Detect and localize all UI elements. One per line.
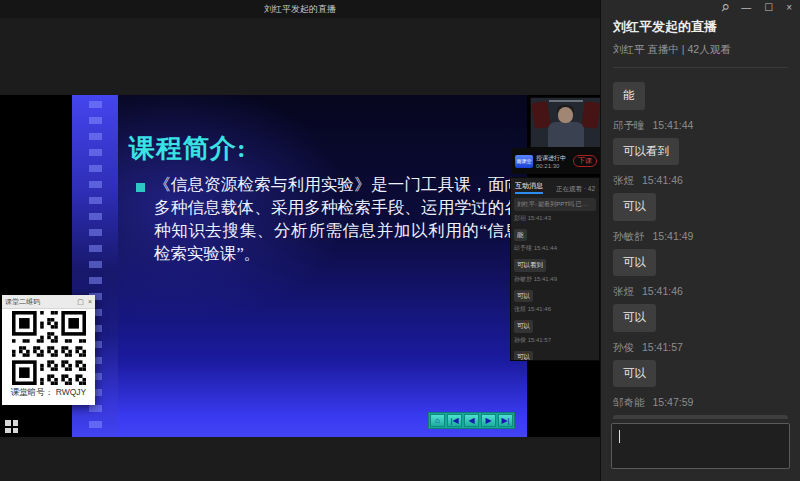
main-area: 刘红平发起的直播 课程简介: 《信息资源检索与利用实验》是一门工具课，面向多种信… [0, 0, 600, 481]
ppt-slide: 课程简介: 《信息资源检索与利用实验》是一门工具课，面向多种信息载体、采用多种检… [72, 95, 527, 437]
slide-nav-button[interactable]: |◀ [447, 414, 462, 427]
chat-message: 能 [613, 82, 788, 110]
chat-message: 张煜15:41:46 可以 [613, 285, 788, 332]
chat-message-list[interactable]: 能 邱予曈15:41:44 可以看到 张煜15:41:46 可以 孙敏舒15:4… [601, 74, 800, 419]
minimize-icon[interactable]: — [741, 3, 751, 13]
message-time: 15:47:59 [653, 396, 694, 408]
mini-message-meta: 孙敏舒 15:41:49 [514, 275, 596, 284]
message-time: 15:41:44 [653, 119, 694, 131]
mini-message-time: 15:41:46 [528, 306, 551, 312]
grid-dot [13, 428, 19, 434]
message-bubble: 可以 [613, 304, 656, 332]
sender-name: 邹奇能 [613, 396, 645, 408]
slide-nav-toolbar: ⌂|◀◀▶▶| [428, 412, 515, 429]
live-status-toolbar: 雨课堂 授课进行中 00:21:30 下课 [512, 148, 600, 174]
chat-message: 邱予曈15:41:44 可以看到 [613, 119, 788, 166]
mini-message-bubble: 可以看到 [514, 259, 546, 271]
mini-sender-name: 孙敏舒 [514, 276, 532, 282]
mini-message-bubble: 可以 [514, 320, 533, 332]
mini-message-bubble: 可以 [514, 290, 533, 302]
mini-message-time: 15:41:44 [534, 245, 557, 251]
mini-message-list[interactable]: 彭祖 15:41:43 能 邱予曈 15:41:44 可以看到 孙敏舒 15:4… [511, 214, 599, 361]
slide-nav-button[interactable]: ◀ [464, 414, 479, 427]
message-time: 15:41:46 [642, 174, 683, 186]
mini-message-meta: 张煜 15:41:46 [514, 305, 596, 314]
sender-name: 孙敏舒 [613, 230, 645, 242]
presenter-webcam-thumbnail [530, 97, 602, 148]
mini-chat-message: 孙敏舒 15:41:49 可以 [514, 275, 596, 302]
slide-title: 课程简介: [129, 131, 247, 166]
code-value: RWQJY [56, 387, 87, 397]
main-titlebar: 刘红平发起的直播 [0, 0, 600, 18]
code-label-text: 课堂暗号： [11, 387, 54, 397]
grid-dot [5, 420, 11, 426]
chat-sidebar: ⚲ — ☐ × 刘红平发起的直播 刘红平 直播中 | 42人观看 能 邱予曈15… [600, 0, 800, 481]
live-stream-window: 刘红平发起的直播 课程简介: 《信息资源检索与利用实验》是一门工具课，面向多种信… [0, 0, 800, 481]
pin-icon[interactable]: ⚲ [719, 2, 731, 14]
maximize-icon[interactable]: ☐ [764, 3, 773, 13]
mini-panel-header: 互动消息 正在观看 · 42 [511, 178, 599, 196]
message-meta: 孙敏舒15:41:49 [613, 230, 788, 244]
rain-classroom-logo-icon: 雨课堂 [515, 155, 533, 168]
mini-message-bubble: 能 [514, 229, 527, 241]
sender-name: 邱予曈 [613, 119, 645, 131]
mini-message-time: 15:41:57 [528, 337, 551, 343]
system-notice: 刘红平: 能看到PPT吗 已发送 [514, 198, 596, 211]
close-icon[interactable]: × [786, 3, 792, 13]
message-meta: 张煜15:41:46 [613, 174, 788, 188]
message-meta: 邹奇能15:47:59 [613, 396, 788, 410]
message-time: 15:41:49 [653, 230, 694, 242]
qr-code-window: 课堂二维码 ▢ × 课堂暗号： RWQJY [2, 295, 95, 405]
interaction-mini-panel: 互动消息 正在观看 · 42 刘红平: 能看到PPT吗 已发送 彭祖 15:41… [510, 177, 600, 361]
chat-message: 张煜15:41:46 可以 [613, 174, 788, 221]
message-time: 15:41:46 [642, 285, 683, 297]
mini-message-time: 15:41:49 [534, 276, 557, 282]
end-class-button[interactable]: 下课 [573, 155, 597, 167]
message-bubble: 所以雨课堂只是用来签到的和看PPT的对吗 [613, 415, 788, 419]
slide-nav-button[interactable]: ⌂ [430, 414, 445, 427]
mini-sender-name: 孙俊 [514, 337, 526, 343]
grid-dot [13, 420, 19, 426]
slide-nav-button[interactable]: ▶ [481, 414, 496, 427]
grid-dot [5, 428, 11, 434]
mini-sender-name: 张煜 [514, 306, 526, 312]
live-timer: 00:21:30 [536, 163, 573, 169]
stream-title: 刘红平发起的直播 [613, 18, 788, 36]
viewer-count: 正在观看 · 42 [556, 185, 595, 194]
message-time: 15:41:57 [642, 341, 683, 353]
chat-message: 孙俊15:41:57 可以 [613, 341, 788, 388]
message-bubble: 可以 [613, 249, 656, 277]
qr-code-area [2, 309, 95, 387]
chat-input[interactable] [611, 423, 790, 469]
mini-sender-name: 彭祖 [514, 215, 526, 221]
mini-sender-name: 邱予曈 [514, 245, 532, 251]
qr-window-titlebar[interactable]: 课堂二维码 ▢ × [2, 295, 95, 309]
mini-chat-message: 邱予曈 15:41:44 可以看到 [514, 244, 596, 271]
chair-left [531, 101, 550, 129]
mini-message-meta: 邱予曈 15:41:44 [514, 244, 596, 253]
message-bubble: 可以 [613, 193, 656, 221]
mini-message-meta: 孙俊 15:41:57 [514, 336, 596, 345]
bullet-square-icon [136, 183, 145, 192]
sender-name: 孙俊 [613, 341, 634, 353]
mini-message-meta: 彭祖 15:41:43 [514, 214, 596, 223]
sender-name: 张煜 [613, 174, 634, 186]
message-meta: 邱予曈15:41:44 [613, 119, 788, 133]
grid-apps-icon[interactable] [5, 420, 18, 433]
mini-message-time: 15:41:43 [528, 215, 551, 221]
mini-chat-message: 孙俊 15:41:57 可以 [514, 336, 596, 361]
slide-nav-button[interactable]: ▶| [498, 414, 513, 427]
sender-name: 张煜 [613, 285, 634, 297]
window-title: 刘红平发起的直播 [264, 3, 336, 16]
presenter-head [558, 107, 573, 123]
tab-interaction-messages[interactable]: 互动消息 [515, 181, 543, 194]
qr-maximize-button[interactable]: ▢ [77, 298, 84, 305]
slide-body-text: 《信息资源检索与利用实验》是一门工具课，面向多种信息载体、采用多种检索手段、运用… [154, 173, 521, 265]
text-caret [619, 430, 620, 443]
class-code-label: 课堂暗号： RWQJY [2, 387, 95, 399]
qr-code-image [12, 311, 86, 385]
chat-message: 孙敏舒15:41:49 可以 [613, 230, 788, 277]
qr-close-button[interactable]: × [88, 298, 92, 305]
presenter-body [548, 122, 584, 147]
chat-message: 邹奇能15:47:59 所以雨课堂只是用来签到的和看PPT的对吗 [613, 396, 788, 419]
